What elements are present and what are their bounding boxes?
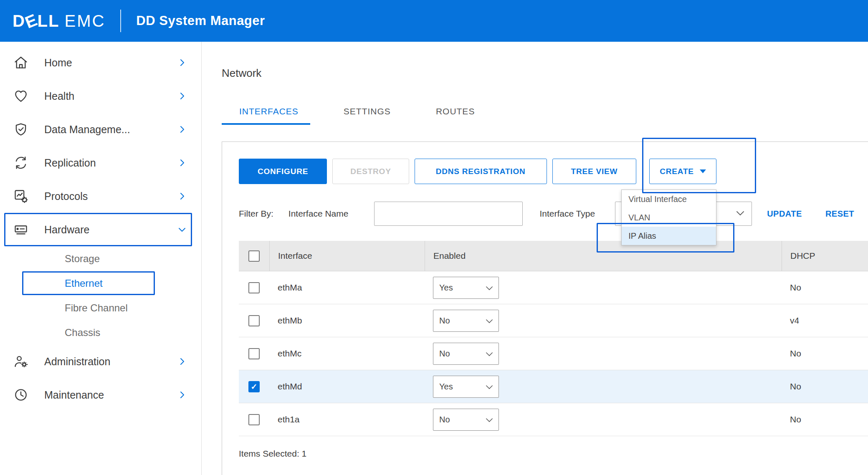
sidebar-item-label: Replication — [44, 157, 96, 169]
interface-type-label: Interface Type — [539, 209, 595, 219]
chevron-down-icon — [486, 316, 493, 326]
sidebar-item-label: Health — [44, 90, 74, 102]
chevron-down-icon — [736, 210, 744, 217]
interface-name-input[interactable] — [374, 202, 523, 226]
sidebar-item-replication[interactable]: Replication — [0, 146, 201, 179]
interfaces-panel: CONFIGURE DESTROY DDNS REGISTRATION TREE… — [222, 141, 868, 475]
enabled-select[interactable]: No — [433, 343, 499, 365]
sidebar-subitem-label: Fibre Channel — [65, 302, 128, 314]
chevron-right-icon — [177, 124, 187, 134]
items-selected-status: Items Selected: 1 — [239, 449, 868, 459]
update-link[interactable]: UPDATE — [767, 209, 802, 219]
tab-settings[interactable]: SETTINGS — [326, 106, 402, 125]
table-row-ethMa: ethMa Yes No — [239, 271, 868, 304]
table-row-ethMd: ethMd Yes No — [239, 370, 868, 403]
row-checkbox[interactable] — [248, 381, 260, 392]
enabled-select[interactable]: No — [433, 310, 499, 332]
row-checkbox[interactable] — [248, 282, 260, 293]
dhcp-cell: No — [782, 283, 868, 293]
tree-view-button[interactable]: TREE VIEW — [552, 159, 637, 184]
create-button[interactable]: CREATE — [649, 159, 716, 184]
menu-item-vlan[interactable]: VLAN — [622, 208, 716, 227]
sidebar-item-maintenance[interactable]: Maintenance — [0, 378, 201, 412]
create-dropdown-menu: Virtual Interface VLAN IP Alias — [621, 189, 716, 245]
reset-link[interactable]: RESET — [825, 209, 854, 219]
sidebar-subitem-label: Storage — [65, 253, 100, 265]
row-checkbox[interactable] — [248, 315, 260, 326]
table-header-row: Interface Enabled DHCP — [239, 241, 868, 271]
table-row-eth1a: eth1a No No — [239, 403, 868, 436]
dhcp-cell: v4 — [782, 316, 868, 326]
chevron-right-icon — [177, 356, 187, 366]
destroy-button[interactable]: DESTROY — [332, 159, 409, 184]
sidebar-item-administration[interactable]: Administration — [0, 345, 201, 378]
enabled-value: Yes — [439, 283, 453, 293]
sidebar-subitem-storage[interactable]: Storage — [0, 246, 201, 271]
header-divider — [120, 10, 121, 32]
row-checkbox[interactable] — [248, 414, 260, 425]
dhcp-cell: No — [782, 382, 868, 392]
app-header: DELL EMC DD System Manager — [0, 0, 868, 42]
sidebar-subitem-ethernet[interactable]: Ethernet — [0, 271, 201, 296]
column-header-interface: Interface — [269, 241, 425, 271]
select-all-cell — [239, 250, 269, 262]
sidebar-item-health[interactable]: Health — [0, 79, 201, 113]
chevron-right-icon — [177, 191, 187, 201]
interfaces-table: Interface Enabled DHCP ethMa Yes No — [239, 241, 868, 436]
configure-button[interactable]: CONFIGURE — [239, 159, 327, 184]
menu-item-ip-alias[interactable]: IP Alias — [622, 227, 716, 245]
interface-name-label: Interface Name — [288, 209, 349, 219]
sidebar-item-protocols[interactable]: Protocols — [0, 179, 201, 213]
clock-icon — [13, 387, 29, 403]
caret-down-icon — [700, 169, 706, 173]
chevron-down-icon — [486, 349, 493, 359]
sidebar-subitem-label: Chassis — [65, 327, 100, 339]
enabled-select[interactable]: Yes — [433, 277, 499, 299]
interface-cell: ethMa — [269, 283, 425, 293]
main-content: Network INTERFACES SETTINGS ROUTES CONFI… — [202, 42, 868, 475]
logo-letters: LL — [38, 12, 60, 30]
table-row-ethMc: ethMc No No — [239, 337, 868, 370]
sidebar-item-data-management[interactable]: Data Manageme... — [0, 113, 201, 146]
interface-cell: ethMd — [269, 382, 425, 392]
column-header-enabled: Enabled — [425, 241, 782, 271]
sidebar-item-home[interactable]: Home — [0, 46, 201, 79]
dhcp-cell: No — [782, 414, 868, 424]
enabled-select[interactable]: Yes — [433, 376, 499, 398]
app-title: DD System Manager — [136, 13, 265, 28]
toolbar: CONFIGURE DESTROY DDNS REGISTRATION TREE… — [239, 159, 868, 184]
sidebar-item-label: Hardware — [44, 224, 89, 236]
tab-routes[interactable]: ROUTES — [418, 106, 487, 125]
annotation-box-hardware — [4, 213, 192, 246]
chevron-down-icon — [486, 415, 493, 424]
tab-interfaces[interactable]: INTERFACES — [222, 106, 310, 125]
filter-row: Filter By: Interface Name Interface Type… — [239, 202, 868, 226]
emc-logo-text: EMC — [64, 12, 105, 30]
row-checkbox[interactable] — [248, 348, 260, 359]
chevron-right-icon — [177, 91, 187, 101]
create-button-area: CREATE Virtual Interface VLAN IP Alias — [649, 159, 716, 184]
sidebar-item-label: Administration — [44, 356, 110, 368]
menu-item-virtual-interface[interactable]: Virtual Interface — [622, 190, 716, 208]
dell-emc-logo: DELL EMC — [13, 12, 105, 30]
drive-icon — [13, 221, 29, 238]
sidebar-item-hardware[interactable]: Hardware — [0, 213, 201, 246]
enabled-select[interactable]: No — [433, 409, 499, 431]
sidebar-item-label: Home — [44, 57, 72, 69]
dell-logo-text: DELL — [13, 12, 59, 30]
table-row-ethMb: ethMb No v4 — [239, 304, 868, 337]
tab-bar: INTERFACES SETTINGS ROUTES — [222, 106, 868, 125]
heart-icon — [13, 88, 29, 104]
chevron-right-icon — [177, 58, 187, 68]
enabled-value: No — [439, 316, 450, 326]
sync-icon — [13, 154, 29, 171]
ddns-registration-button[interactable]: DDNS REGISTRATION — [415, 159, 547, 184]
home-icon — [13, 54, 29, 71]
chevron-down-icon — [177, 225, 187, 235]
sidebar-subitem-chassis[interactable]: Chassis — [0, 320, 201, 345]
chevron-right-icon — [177, 390, 187, 400]
chevron-down-icon — [486, 283, 493, 293]
sidebar-item-label: Protocols — [44, 190, 88, 202]
sidebar-subitem-fibre-channel[interactable]: Fibre Channel — [0, 296, 201, 320]
select-all-checkbox[interactable] — [248, 250, 260, 262]
